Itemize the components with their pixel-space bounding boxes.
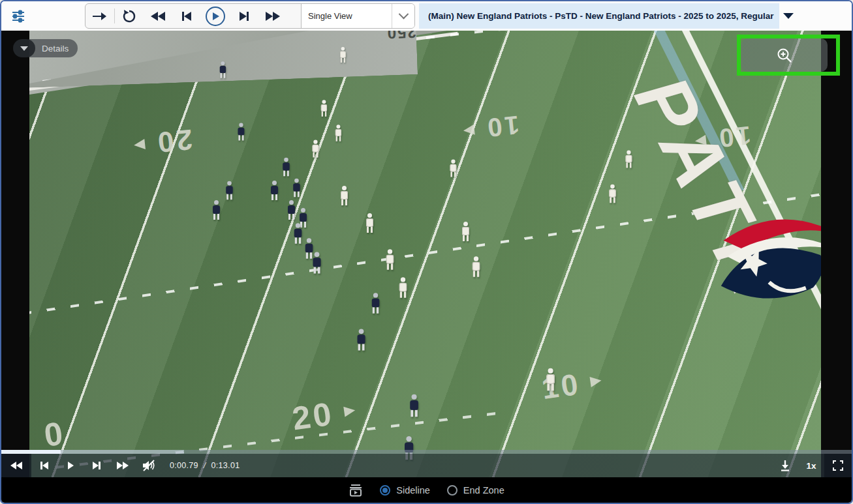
play-button-bottom[interactable] (57, 454, 84, 477)
zoom-tool-highlight (737, 35, 840, 76)
player-home (409, 394, 418, 417)
time-total: 0:13.01 (211, 461, 240, 470)
player-away (320, 100, 327, 117)
player-home (270, 181, 278, 200)
player-away (399, 277, 407, 298)
camera-angles-icon[interactable] (349, 484, 363, 497)
player-home (282, 158, 289, 177)
next-frame-icon[interactable] (230, 4, 258, 28)
fullscreen-button[interactable] (824, 454, 852, 477)
player-away (450, 160, 457, 177)
player-home (238, 123, 245, 141)
playlist-title-bar[interactable]: (Main) New England Patriots - PsTD - New… (419, 3, 779, 29)
details-button[interactable]: Details (13, 39, 78, 57)
radio-icon (447, 485, 458, 496)
view-select[interactable]: Single View (301, 4, 414, 28)
video-stage: PATR 25020101020100 Details (1, 31, 852, 477)
seek-bar[interactable] (1, 450, 852, 454)
top-toolbar: Single View (Main) New England Patriots … (1, 1, 852, 31)
playback-speed[interactable]: 1x (798, 461, 824, 471)
caret-down-icon (783, 13, 794, 19)
fullscreen-icon (833, 460, 843, 471)
camera-option-1[interactable]: End Zone (447, 485, 504, 496)
control-bar-right: 1x (772, 454, 852, 477)
player-away (365, 213, 373, 233)
camera-option-0[interactable]: Sideline (380, 485, 430, 496)
fast-forward-button[interactable] (110, 454, 136, 477)
next-frame-button[interactable] (84, 454, 110, 477)
field-number: 10 (462, 112, 520, 144)
camera-option-label: Sideline (396, 485, 430, 496)
radio-icon (380, 485, 390, 496)
app-window: Single View (Main) New England Patriots … (0, 0, 853, 504)
player-home (287, 200, 295, 220)
caret-down-icon (13, 39, 35, 57)
download-icon (779, 460, 791, 471)
time-display: 0:00.79 / 0:13.01 (170, 461, 240, 470)
playlist-title: (Main) New England Patriots - PsTD - New… (428, 11, 774, 21)
play-icon (206, 7, 225, 26)
player-away (335, 125, 341, 141)
filter-sliders-icon[interactable] (9, 7, 27, 25)
player-away (608, 185, 615, 203)
restart-icon[interactable] (115, 4, 144, 28)
field-number: 20 (132, 125, 194, 159)
video-frame[interactable]: PATR 25020101020100 (29, 31, 821, 477)
seek-played (1, 450, 61, 454)
arrow-right-icon[interactable] (85, 4, 114, 28)
player-away (461, 222, 469, 241)
player-away (339, 47, 346, 63)
zoom-in-button[interactable] (741, 38, 828, 72)
video-controls: 0:00.79 / 0:13.01 1x (1, 450, 852, 477)
field-number: 10 (694, 123, 752, 155)
player-home (225, 181, 232, 200)
camera-option-label: End Zone (463, 485, 504, 496)
mute-button[interactable] (136, 454, 162, 477)
player-home (356, 329, 365, 351)
player-home (294, 223, 302, 244)
play-button[interactable] (201, 4, 230, 28)
rewind-icon[interactable] (144, 4, 172, 28)
player-home (371, 293, 380, 314)
player-home (219, 61, 226, 78)
player-away (386, 249, 394, 270)
player-home (292, 179, 300, 198)
previous-frame-icon[interactable] (172, 4, 201, 28)
control-bar: 0:00.79 / 0:13.01 1x (1, 454, 852, 477)
time-separator: / (204, 461, 206, 470)
zoom-in-icon (776, 47, 793, 64)
fast-forward-icon[interactable] (258, 4, 287, 28)
download-button[interactable] (772, 454, 798, 477)
player-home (312, 252, 320, 274)
player-away (546, 368, 555, 391)
camera-angle-bar: Sideline End Zone (1, 477, 852, 503)
rewind-button[interactable] (1, 454, 31, 477)
player-home (212, 200, 220, 220)
player-away (340, 186, 348, 205)
chevron-down-icon (392, 4, 414, 28)
muted-icon (142, 459, 156, 472)
player-away (312, 140, 319, 158)
time-current: 0:00.79 (170, 461, 198, 470)
player-away (625, 151, 632, 168)
view-select-value: Single View (302, 11, 392, 21)
playback-toolbar: Single View (85, 3, 415, 29)
details-label: Details (29, 39, 78, 57)
previous-frame-button[interactable] (31, 454, 57, 477)
player-away (472, 256, 480, 277)
field-number: 0 (42, 417, 67, 452)
